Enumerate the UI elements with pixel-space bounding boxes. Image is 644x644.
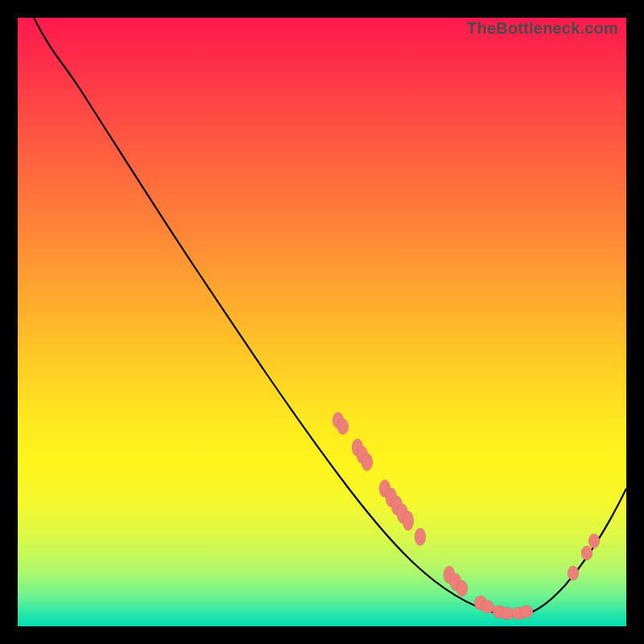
data-marker xyxy=(501,607,514,620)
data-marker xyxy=(520,605,533,618)
markers-group xyxy=(332,412,600,620)
data-marker xyxy=(402,511,414,530)
data-marker xyxy=(481,601,494,613)
data-marker xyxy=(337,419,349,435)
data-marker xyxy=(588,534,600,548)
chart-area: TheBottleneck.com xyxy=(18,18,626,626)
data-marker xyxy=(568,566,579,580)
bottleneck-curve xyxy=(34,18,626,616)
data-marker xyxy=(415,528,426,546)
data-marker xyxy=(581,546,592,560)
data-marker xyxy=(361,453,373,471)
data-marker xyxy=(456,580,468,597)
watermark-text: TheBottleneck.com xyxy=(467,19,618,38)
plot-svg xyxy=(18,18,626,626)
